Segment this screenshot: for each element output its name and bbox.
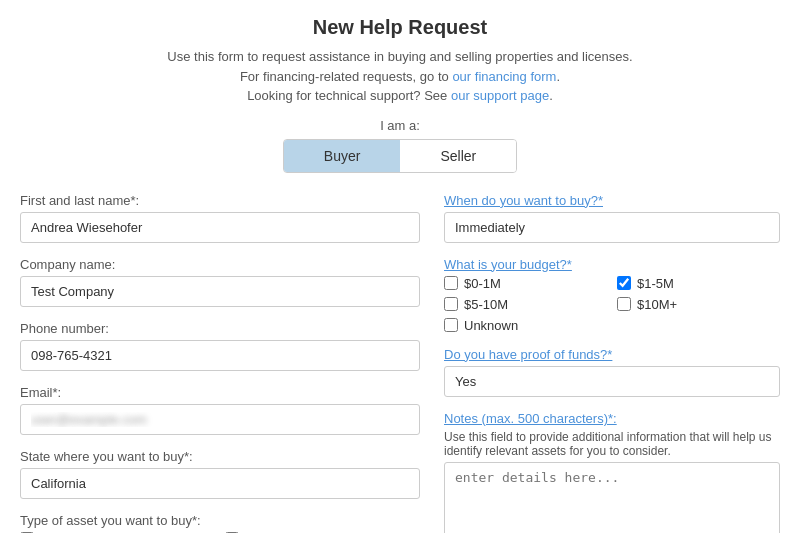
- budget-unknown-checkbox[interactable]: [444, 318, 458, 332]
- budget-label: What is your budget?*: [444, 257, 780, 272]
- budget-10m-plus-label: $10M+: [637, 297, 677, 312]
- email-input[interactable]: [20, 404, 420, 435]
- left-column: First and last name*: Company name: Phon…: [20, 193, 420, 534]
- page-title: New Help Request: [20, 16, 780, 39]
- budget-group: What is your budget?* $0-1M $1-5M $5-10M: [444, 257, 780, 333]
- when-label: When do you want to buy?*: [444, 193, 780, 208]
- budget-0-1m-checkbox[interactable]: [444, 276, 458, 290]
- budget-5-10m-label: $5-10M: [464, 297, 508, 312]
- phone-label: Phone number:: [20, 321, 420, 336]
- state-group: State where you want to buy*:: [20, 449, 420, 499]
- first-last-input[interactable]: [20, 212, 420, 243]
- budget-10m-plus: $10M+: [617, 297, 780, 312]
- budget-0-1m-label: $0-1M: [464, 276, 501, 291]
- buyer-button[interactable]: Buyer: [284, 140, 401, 172]
- form-columns: First and last name*: Company name: Phon…: [20, 193, 780, 534]
- first-last-label: First and last name*:: [20, 193, 420, 208]
- asset-type-section: Type of asset you want to buy*: Cultivat…: [20, 513, 420, 534]
- budget-1-5m-label: $1-5M: [637, 276, 674, 291]
- header-line2: For financing-related requests, go to ou…: [20, 67, 780, 87]
- when-group: When do you want to buy?*: [444, 193, 780, 243]
- header-line1: Use this form to request assistance in b…: [20, 47, 780, 67]
- proof-input[interactable]: [444, 366, 780, 397]
- phone-input[interactable]: [20, 340, 420, 371]
- when-input[interactable]: [444, 212, 780, 243]
- notes-group: Notes (max. 500 characters)*: Use this f…: [444, 411, 780, 534]
- budget-1-5m-checkbox[interactable]: [617, 276, 631, 290]
- notes-textarea[interactable]: [444, 462, 780, 534]
- notes-hint: Use this field to provide additional inf…: [444, 430, 780, 458]
- notes-label: Notes (max. 500 characters)*:: [444, 411, 780, 426]
- budget-unknown: Unknown: [444, 318, 607, 333]
- proof-group: Do you have proof of funds?*: [444, 347, 780, 397]
- budget-5-10m-checkbox[interactable]: [444, 297, 458, 311]
- iam-section: I am a: Buyer Seller: [20, 118, 780, 173]
- phone-group: Phone number:: [20, 321, 420, 371]
- company-group: Company name:: [20, 257, 420, 307]
- right-column: When do you want to buy?* What is your b…: [444, 193, 780, 534]
- email-label: Email*:: [20, 385, 420, 400]
- support-link[interactable]: our support page: [451, 88, 549, 103]
- page-header: New Help Request Use this form to reques…: [20, 16, 780, 106]
- asset-type-label: Type of asset you want to buy*:: [20, 513, 420, 528]
- budget-0-1m: $0-1M: [444, 276, 607, 291]
- email-group: Email*:: [20, 385, 420, 435]
- iam-label: I am a:: [20, 118, 780, 133]
- company-input[interactable]: [20, 276, 420, 307]
- state-label: State where you want to buy*:: [20, 449, 420, 464]
- budget-10m-plus-checkbox[interactable]: [617, 297, 631, 311]
- financing-link[interactable]: our financing form: [452, 69, 556, 84]
- company-label: Company name:: [20, 257, 420, 272]
- first-last-group: First and last name*:: [20, 193, 420, 243]
- header-line3: Looking for technical support? See our s…: [20, 86, 780, 106]
- toggle-buttons: Buyer Seller: [283, 139, 517, 173]
- state-input[interactable]: [20, 468, 420, 499]
- budget-5-10m: $5-10M: [444, 297, 607, 312]
- budget-1-5m: $1-5M: [617, 276, 780, 291]
- proof-label: Do you have proof of funds?*: [444, 347, 780, 362]
- seller-button[interactable]: Seller: [400, 140, 516, 172]
- budget-grid: $0-1M $1-5M $5-10M $10M+: [444, 276, 780, 333]
- budget-unknown-label: Unknown: [464, 318, 518, 333]
